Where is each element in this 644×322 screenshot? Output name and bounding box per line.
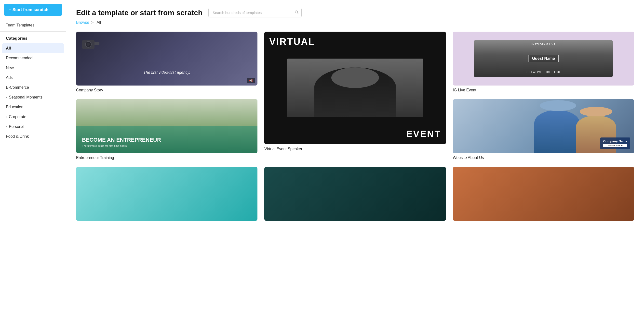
breadcrumb-browse-link[interactable]: Browse bbox=[76, 20, 89, 24]
template-card-bottom-2[interactable] bbox=[264, 167, 446, 221]
ig-live-inner: INSTAGRAM LIVE Guest Name CREATIVE DIREC… bbox=[474, 40, 613, 77]
company-story-text: The first video-first agency. bbox=[143, 70, 190, 75]
template-card-website-about[interactable]: Company Name INSURANCE Website About Us bbox=[453, 99, 634, 160]
chevron-right-icon: › bbox=[6, 115, 7, 119]
search-input[interactable] bbox=[208, 8, 302, 17]
bottom-card-1-thumbnail bbox=[76, 167, 258, 221]
svg-line-1 bbox=[298, 13, 298, 14]
camera-scene: The first video-first agency. 🔇 bbox=[76, 32, 258, 86]
entrepreneur-label: Entrepreneur Training bbox=[76, 156, 258, 160]
template-card-virtual-event[interactable]: VIRTUAL EVENT Virtual Event Speaker bbox=[264, 32, 446, 160]
breadcrumb-separator: > bbox=[91, 20, 94, 24]
template-card-company-story[interactable]: The first video-first agency. 🔇 Company … bbox=[76, 32, 258, 92]
page-header: Edit a template or start from scratch bbox=[76, 8, 634, 17]
sidebar-item-ecommerce[interactable]: E-Commerce bbox=[0, 83, 66, 92]
sidebar-item-corporate-label: Corporate bbox=[9, 115, 26, 119]
page-title: Edit a template or start from scratch bbox=[76, 8, 202, 17]
categories-heading: Categories bbox=[0, 32, 66, 43]
template-card-entrepreneur[interactable]: BECOME AN ENTREPRENEUR The ultimate guid… bbox=[76, 99, 258, 160]
search-icon bbox=[295, 10, 299, 15]
ig-live-thumbnail: INSTAGRAM LIVE Guest Name CREATIVE DIREC… bbox=[453, 32, 634, 86]
breadcrumb: Browse > All bbox=[76, 20, 634, 25]
virtual-event-top-text: VIRTUAL bbox=[264, 32, 320, 52]
template-card-bottom-1[interactable] bbox=[76, 167, 258, 221]
sidebar-item-ads-label: Ads bbox=[6, 75, 13, 80]
sidebar-item-new-label: New bbox=[6, 66, 14, 70]
template-card-bottom-3[interactable] bbox=[453, 167, 634, 221]
sidebar-item-seasonal[interactable]: › Seasonal Moments bbox=[0, 92, 66, 102]
ig-live-label: IG Live Event bbox=[453, 88, 634, 92]
website-company-name: Company Name bbox=[603, 140, 627, 143]
sidebar-item-all[interactable]: All bbox=[2, 43, 64, 53]
virtual-event-label: Virtual Event Speaker bbox=[264, 147, 446, 151]
chevron-right-icon: › bbox=[6, 96, 7, 99]
sidebar-item-food-label: Food & Drink bbox=[6, 134, 29, 139]
sidebar-item-seasonal-label: Seasonal Moments bbox=[9, 95, 42, 100]
sidebar-item-all-label: All bbox=[6, 46, 11, 50]
mute-icon: 🔇 bbox=[247, 78, 255, 83]
sidebar-item-education[interactable]: Education bbox=[0, 102, 66, 112]
sidebar-item-new[interactable]: New bbox=[0, 63, 66, 73]
sidebar-item-ads[interactable]: Ads bbox=[0, 73, 66, 83]
sidebar-item-personal-label: Personal bbox=[9, 125, 24, 129]
sidebar-item-food[interactable]: Food & Drink bbox=[0, 132, 66, 141]
start-from-scratch-button[interactable]: + Start from scratch bbox=[4, 4, 62, 16]
ig-live-name: Guest Name bbox=[528, 55, 559, 62]
website-company-type: INSURANCE bbox=[603, 144, 627, 147]
bottom-card-2-thumbnail bbox=[264, 167, 446, 221]
bottom-card-3-thumbnail bbox=[453, 167, 634, 221]
ig-live-top-label: INSTAGRAM LIVE bbox=[532, 43, 556, 46]
sidebar-item-recommended-label: Recommended bbox=[6, 56, 33, 60]
sidebar-item-ecommerce-label: E-Commerce bbox=[6, 85, 29, 90]
sidebar-item-corporate[interactable]: › Corporate bbox=[0, 112, 66, 122]
website-about-thumbnail: Company Name INSURANCE bbox=[453, 99, 634, 153]
sidebar-item-education-label: Education bbox=[6, 105, 23, 109]
virtual-event-bottom-text: EVENT bbox=[401, 124, 446, 144]
entrepreneur-title: BECOME AN ENTREPRENEUR bbox=[82, 137, 161, 143]
company-story-thumbnail: The first video-first agency. 🔇 bbox=[76, 32, 258, 86]
chevron-right-icon: › bbox=[6, 125, 7, 128]
virtual-event-thumbnail: VIRTUAL EVENT bbox=[264, 32, 446, 144]
main-content: Edit a template or start from scratch Br… bbox=[66, 0, 644, 322]
template-card-ig-live[interactable]: INSTAGRAM LIVE Guest Name CREATIVE DIREC… bbox=[453, 32, 634, 92]
company-story-label: Company Story bbox=[76, 88, 258, 92]
sidebar-item-team-templates[interactable]: Team Templates bbox=[0, 20, 66, 32]
entrepreneur-subtitle: The ultimate guide for first-time doers. bbox=[82, 144, 161, 147]
sidebar: + Start from scratch Team Templates Cate… bbox=[0, 0, 66, 322]
search-bar bbox=[208, 8, 302, 17]
ig-live-title: CREATIVE DIRECTOR bbox=[526, 71, 560, 74]
template-grid: The first video-first agency. 🔇 Company … bbox=[76, 32, 634, 221]
svg-rect-5 bbox=[94, 42, 100, 45]
website-about-overlay: Company Name INSURANCE bbox=[600, 138, 630, 149]
breadcrumb-current: All bbox=[97, 20, 101, 24]
svg-point-4 bbox=[87, 43, 90, 46]
sidebar-item-personal[interactable]: › Personal bbox=[0, 122, 66, 132]
entrepreneur-thumbnail: BECOME AN ENTREPRENEUR The ultimate guid… bbox=[76, 99, 258, 153]
entrepreneur-content: BECOME AN ENTREPRENEUR The ultimate guid… bbox=[82, 137, 161, 147]
sidebar-item-recommended[interactable]: Recommended bbox=[0, 53, 66, 63]
virtual-event-person bbox=[287, 59, 423, 117]
website-about-label: Website About Us bbox=[453, 156, 634, 160]
